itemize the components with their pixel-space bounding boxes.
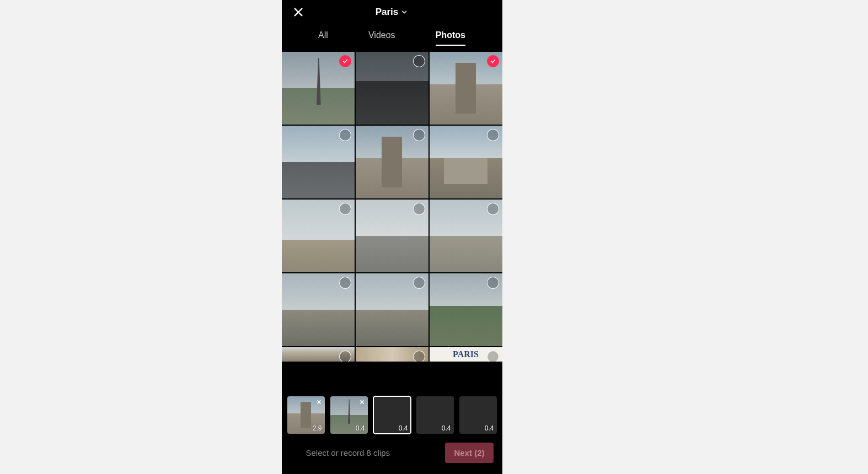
album-dropdown[interactable]: Paris [376,7,409,18]
photo-thumbnail[interactable] [282,126,355,198]
clip-duration: 0.4 [353,423,368,434]
selection-tray: 2.90.40.40.40.4 [282,389,502,438]
selection-indicator[interactable] [413,55,425,67]
remove-icon [316,399,322,405]
media-tabs: All Videos Photos [282,24,502,52]
chevron-down-icon [400,8,408,16]
clip-slot[interactable]: 0.4 [373,396,411,434]
clip-duration: 0.4 [439,423,454,434]
photo-thumbnail[interactable] [356,347,428,362]
selection-indicator[interactable] [413,203,425,215]
photo-thumbnail[interactable] [282,347,355,362]
next-button[interactable]: Next (2) [445,443,493,463]
remove-icon [359,399,365,405]
photo-thumbnail[interactable] [282,200,355,272]
selection-indicator[interactable] [487,351,499,362]
photo-thumbnail[interactable] [430,200,502,272]
photo-thumbnail[interactable]: PARIS [430,347,502,362]
close-button[interactable] [291,4,306,20]
check-icon [342,58,349,64]
hint-text: Select or record 8 clips [306,448,390,457]
photo-grid: PARIS [282,52,502,389]
selection-indicator[interactable] [413,129,425,141]
selection-indicator[interactable] [413,351,425,362]
clip-slot[interactable]: 2.9 [287,396,325,434]
clip-slot[interactable]: 0.4 [459,396,497,434]
photo-thumbnail[interactable] [282,52,355,125]
photo-thumbnail[interactable] [356,52,428,125]
clip-duration: 0.4 [482,423,497,434]
tab-videos[interactable]: Videos [368,30,395,46]
media-picker-screen: Paris All Videos Photos PARIS 2.90.40.40… [282,0,502,474]
selection-indicator[interactable] [339,55,351,67]
photo-thumbnail[interactable] [282,273,355,346]
remove-clip-button[interactable] [358,397,367,406]
selection-indicator[interactable] [339,277,351,289]
clip-duration: 2.9 [310,423,325,434]
photo-thumbnail[interactable] [430,52,502,125]
selection-indicator[interactable] [413,277,425,289]
selection-indicator[interactable] [339,351,351,362]
tab-all[interactable]: All [318,30,328,46]
bottom-bar: Select or record 8 clips Next (2) [282,438,502,474]
photo-thumbnail[interactable] [430,273,502,346]
clip-slot[interactable]: 0.4 [416,396,454,434]
photo-thumbnail[interactable] [430,126,502,198]
photo-thumbnail[interactable] [356,126,428,198]
clip-duration: 0.4 [396,423,411,434]
selection-indicator[interactable] [487,277,499,289]
selection-indicator[interactable] [487,55,499,67]
photo-thumbnail[interactable] [356,200,428,272]
tab-photos[interactable]: Photos [436,30,465,46]
selection-indicator[interactable] [487,203,499,215]
selection-indicator[interactable] [339,129,351,141]
selection-indicator[interactable] [487,129,499,141]
photo-thumbnail[interactable] [356,273,428,346]
clip-slot[interactable]: 0.4 [330,396,368,434]
check-icon [490,58,496,64]
header: Paris [282,0,502,24]
remove-clip-button[interactable] [315,397,324,406]
selection-indicator[interactable] [339,203,351,215]
album-title: Paris [376,7,399,18]
close-icon [292,6,304,18]
